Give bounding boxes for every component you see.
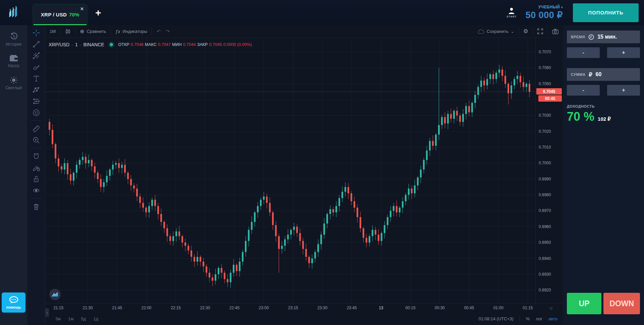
- amount-stepper: - +: [567, 85, 640, 96]
- time-stepper: - +: [567, 47, 640, 58]
- time-tick-label: 01:15: [523, 306, 533, 310]
- time-tick-label: 23:30: [317, 306, 327, 310]
- range-1m-button[interactable]: 1м: [68, 316, 73, 321]
- amount-value: 60: [596, 71, 602, 77]
- toolbar-divider: [31, 120, 42, 121]
- spacer: [567, 58, 640, 68]
- sidebar-item-history[interactable]: История: [0, 33, 27, 47]
- redo-icon[interactable]: ↷: [166, 29, 170, 35]
- zoom-in-tool[interactable]: [31, 136, 42, 144]
- xabcd-pattern-tool[interactable]: [31, 86, 42, 94]
- help-label: помощь: [6, 305, 21, 309]
- interval-button[interactable]: 1М: [45, 25, 60, 38]
- time-plus-button[interactable]: +: [607, 47, 640, 58]
- sidebar-item-label: Касса: [8, 63, 19, 68]
- hide-drawings-eye-tool[interactable]: [31, 186, 42, 195]
- time-minus-button[interactable]: -: [567, 47, 600, 58]
- emoji-tool[interactable]: [31, 108, 42, 117]
- price-axis[interactable]: 0.7045 00:45 0.70700.70600.70500.70300.7…: [535, 38, 563, 303]
- help-button[interactable]: помощь: [2, 292, 25, 313]
- chat-bubble-icon: [9, 296, 19, 304]
- time-tick-label: 00:30: [435, 306, 445, 310]
- payout-percent: 70 %: [567, 110, 594, 124]
- save-layout-button[interactable]: Сохранить ⌄: [473, 25, 519, 38]
- range-1d-button[interactable]: 1д: [93, 316, 98, 321]
- crosshair-tool[interactable]: [31, 29, 42, 37]
- price-tick-label: 0.6950: [539, 240, 551, 245]
- range-5d-button[interactable]: 5д: [81, 316, 86, 321]
- undo-icon[interactable]: ↶: [157, 29, 161, 35]
- remove-drawings-trash-tool[interactable]: [31, 202, 42, 211]
- time-axis[interactable]: ☼ 21:1521:3021:4522:0022:1522:3022:4523:…: [45, 303, 563, 312]
- chart-legend: XRP/USD · 1 · BINANCE ОТКР0.7046 МАКС0.7…: [49, 42, 252, 47]
- undo-redo-group: ↶ ↷: [152, 29, 174, 35]
- indicators-button[interactable]: ƒx Индикаторы: [111, 25, 152, 38]
- chart-maximize-button[interactable]: [49, 289, 61, 300]
- time-tick-label: 13: [379, 306, 383, 310]
- session-clock[interactable]: 01:08:14 (UTC+3): [478, 316, 513, 321]
- tab-close-icon[interactable]: ✕: [80, 7, 84, 11]
- start-tour-button[interactable]: START: [506, 7, 517, 18]
- down-trade-button[interactable]: DOWN: [603, 293, 640, 314]
- price-tick-label: 0.7020: [539, 129, 551, 134]
- trade-panel: ВРЕМЯ 15 мин. - + СУММА ₽ 60 - + ДОХОДНО…: [563, 25, 644, 325]
- magnet-mode-tool[interactable]: [31, 152, 42, 160]
- theme-sun-icon[interactable]: ☼: [549, 305, 553, 311]
- history-icon: [10, 33, 18, 41]
- chart-style-button[interactable]: [60, 25, 75, 38]
- measure-ruler-tool[interactable]: [31, 124, 42, 133]
- percent-scale-button[interactable]: %: [526, 316, 530, 321]
- account-type: УЧЕБНЫЙ ▾: [538, 5, 563, 9]
- candles-icon: [65, 29, 71, 35]
- text-tool[interactable]: [31, 74, 42, 83]
- ruble-icon: ₽: [589, 71, 592, 78]
- chart-settings-button[interactable]: ⚙: [519, 25, 533, 38]
- user-icon: [508, 7, 515, 14]
- fullscreen-button[interactable]: [533, 25, 547, 38]
- brand-logo[interactable]: [0, 0, 27, 25]
- gann-fibonacci-tool[interactable]: [31, 51, 42, 60]
- sidebar-item-theme-light[interactable]: Светлый: [0, 76, 27, 90]
- trend-line-tool[interactable]: [31, 40, 42, 48]
- candlestick-plot[interactable]: XRP/USD · 1 · BINANCE ОТКР0.7046 МАКС0.7…: [45, 38, 535, 303]
- amount-plus-button[interactable]: +: [607, 85, 640, 96]
- time-value: 15 мин.: [597, 34, 617, 40]
- screenshot-button[interactable]: [548, 25, 563, 38]
- legend-ohlc: ОТКР0.7046 МАКС0.7047 МИН0.7044 ЗАКР0.70…: [118, 42, 252, 47]
- log-scale-button[interactable]: лог: [536, 316, 542, 321]
- expiry-time-field[interactable]: ВРЕМЯ 15 мин.: [567, 31, 640, 43]
- collapse-panel-handle[interactable]: ‹: [45, 308, 49, 317]
- legend-symbol[interactable]: XRP/USD: [49, 42, 69, 47]
- stay-in-drawing-mode-tool[interactable]: [31, 163, 42, 172]
- sidebar-item-cashier[interactable]: Касса: [0, 55, 27, 68]
- auto-scale-button[interactable]: авто: [548, 316, 557, 321]
- app-sidebar: История Касса Светлый: [0, 25, 27, 325]
- amount-field[interactable]: СУММА ₽ 60: [567, 68, 640, 81]
- brush-tool[interactable]: [31, 63, 42, 71]
- prediction-tool[interactable]: [31, 97, 42, 105]
- price-tick-label: 0.6990: [539, 177, 551, 181]
- price-tick-label: 0.7000: [539, 161, 551, 165]
- drawing-toolbar: [27, 25, 45, 325]
- price-tick-label: 0.6970: [539, 208, 551, 213]
- asset-tab-xrp-usd[interactable]: XRP / USD 70% ✕: [34, 5, 87, 25]
- trade-buttons: UP DOWN: [567, 293, 640, 314]
- sidebar-item-label: История: [6, 42, 21, 47]
- time-label: ВРЕМЯ: [571, 35, 585, 39]
- expiry-countdown-badge: 00:45: [538, 95, 562, 102]
- legend-interval: 1: [75, 42, 78, 47]
- candlestick-chart[interactable]: [45, 38, 535, 303]
- up-trade-button[interactable]: UP: [567, 293, 601, 314]
- account-switcher[interactable]: УЧЕБНЫЙ ▾ 50 000 ₽: [526, 5, 563, 20]
- price-tick-label: 0.6980: [539, 193, 551, 197]
- add-tab-button[interactable]: +: [95, 8, 101, 18]
- amount-minus-button[interactable]: -: [567, 85, 600, 96]
- range-3m-button[interactable]: 3м: [55, 316, 61, 321]
- range-buttons: 3м 1м 5д 1д: [45, 316, 98, 321]
- compare-button[interactable]: ⊕ Сравнить: [75, 25, 110, 38]
- lock-drawings-tool[interactable]: [31, 175, 42, 183]
- deposit-button[interactable]: ПОПОЛНИТЬ: [573, 3, 639, 22]
- time-tick-label: 23:00: [259, 306, 269, 310]
- cloud-icon: [478, 29, 484, 34]
- price-tick-label: 0.7060: [539, 65, 551, 70]
